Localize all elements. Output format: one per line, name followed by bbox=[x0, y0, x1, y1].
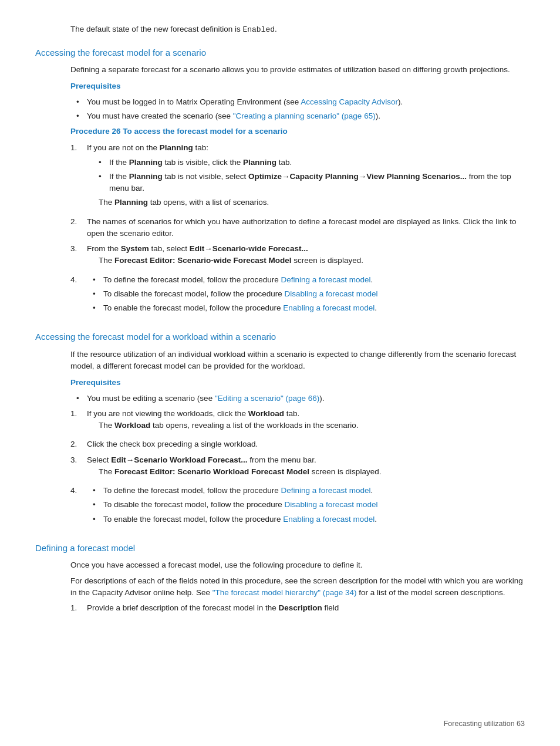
step1-text-before: If you are not on the bbox=[87, 143, 160, 152]
defining-forecast-model-link-1[interactable]: Defining a forecast model bbox=[281, 275, 370, 284]
s3-step1-num: 1. bbox=[70, 602, 83, 614]
s3step1-before: Provide a brief description of the forec… bbox=[87, 603, 278, 612]
section3-heading: Defining a forecast model bbox=[35, 542, 525, 555]
s3step1-bold: Description bbox=[278, 603, 322, 612]
section2-heading: Accessing the forecast model for a workl… bbox=[35, 330, 525, 344]
list-item: You must have created the scenario (see … bbox=[76, 110, 525, 122]
section1-prereq-list: You must be logged in to Matrix Operatin… bbox=[70, 96, 525, 123]
section2-intro: If the resource utilization of an indivi… bbox=[70, 349, 525, 373]
list-item: To enable the forecast model, follow the… bbox=[93, 302, 378, 314]
s3-step1-container: 1. Provide a brief description of the fo… bbox=[70, 602, 525, 614]
section1-procedure-heading: Procedure 26 To access the forecast mode… bbox=[70, 126, 525, 137]
step2-text: The names of scenarios for which you hav… bbox=[87, 217, 517, 238]
list-item: To disable the forecast model, follow th… bbox=[93, 499, 378, 511]
section3-para1: Once you have accessed a forecast model,… bbox=[70, 559, 525, 571]
editing-scenario-link[interactable]: "Editing a scenario" (page 66) bbox=[215, 394, 319, 403]
disabling-forecast-model-link-1[interactable]: Disabling a forecast model bbox=[284, 289, 377, 298]
s4sub3-after: . bbox=[375, 303, 377, 312]
s2-step2-container: 2. Click the check box preceding a singl… bbox=[70, 438, 525, 450]
s2s4sub1-before: To define the forecast model, follow the… bbox=[103, 486, 281, 495]
s4sub3-before: To enable the forecast model, follow the… bbox=[103, 303, 283, 312]
s4sub2-before: To disable the forecast model, follow th… bbox=[103, 289, 284, 298]
step2-num: 2. bbox=[70, 216, 83, 240]
defining-forecast-model-link-2[interactable]: Defining a forecast model bbox=[281, 486, 370, 495]
s2prereq1-before: You must be editing a scenario (see bbox=[87, 394, 215, 403]
s2-step2-content: Click the check box preceding a single w… bbox=[87, 438, 258, 450]
enabling-forecast-model-link-2[interactable]: Enabling a forecast model bbox=[283, 515, 375, 524]
s3-step1-content: Provide a brief description of the forec… bbox=[87, 602, 339, 614]
step3-content: From the System tab, select Edit→Scenari… bbox=[87, 243, 363, 271]
section2-prereq-label: Prerequisites bbox=[70, 377, 525, 389]
step3-before: From the bbox=[87, 244, 121, 253]
s4sub1-before: To define the forecast model, follow the… bbox=[103, 275, 281, 284]
prereq1-after: ). bbox=[398, 97, 403, 106]
step4-content: To define the forecast model, follow the… bbox=[87, 274, 378, 318]
s2step1-before: If you are not viewing the workloads, cl… bbox=[87, 409, 248, 418]
list-item: To disable the forecast model, follow th… bbox=[93, 288, 378, 300]
step1-note: The Planning tab opens, with a list of s… bbox=[99, 197, 525, 208]
s2step1-note: The Workload tab opens, revealing a list… bbox=[99, 420, 359, 431]
s2step1-bold: Workload bbox=[248, 409, 284, 418]
step3-middle: tab, select bbox=[149, 244, 190, 253]
s2-step3-content: Select Edit→Scenario Workload Forecast..… bbox=[87, 454, 381, 482]
s2step3-note: The Forecast Editor: Scenario Workload F… bbox=[99, 466, 381, 478]
sub1-before: If the bbox=[109, 158, 129, 167]
step1-container: 1. If you are not on the Planning tab: I… bbox=[70, 142, 525, 212]
section1-content: Defining a separate forecast for a scena… bbox=[35, 64, 525, 318]
section-defining-forecast: Defining a forecast model Once you have … bbox=[35, 542, 525, 615]
section3-para2: For descriptions of each of the fields n… bbox=[70, 575, 525, 599]
prereq2-before: You must have created the scenario (see bbox=[87, 112, 233, 120]
section1-heading: Accessing the forecast model for a scena… bbox=[35, 46, 525, 60]
s2step1-after: tab. bbox=[284, 409, 299, 418]
top-text-after: . bbox=[275, 25, 277, 33]
forecast-model-hierarchy-link[interactable]: "The forecast model hierarchy" (page 34) bbox=[212, 588, 357, 597]
list-item: To define the forecast model, follow the… bbox=[93, 485, 378, 497]
step1-content: If you are not on the Planning tab: If t… bbox=[87, 142, 525, 212]
s2-step4-content: To define the forecast model, follow the… bbox=[87, 485, 378, 529]
enabled-code: Enabled bbox=[242, 25, 275, 34]
sub1-after: tab. bbox=[276, 158, 292, 167]
list-item: If the Planning tab is not visible, sele… bbox=[99, 171, 525, 195]
step4-sub-list: To define the forecast model, follow the… bbox=[87, 274, 378, 315]
step3-bold1: System bbox=[121, 244, 149, 253]
step2-container: 2. The names of scenarios for which you … bbox=[70, 216, 525, 240]
list-item: You must be editing a scenario (see "Edi… bbox=[76, 393, 525, 404]
sub2-before: If the bbox=[109, 172, 129, 181]
step3-container: 3. From the System tab, select Edit→Scen… bbox=[70, 243, 525, 271]
accessing-capacity-advisor-link[interactable]: Accessing Capacity Advisor bbox=[301, 97, 398, 106]
step1-num: 1. bbox=[70, 142, 83, 212]
s2step3-bold1: Edit→Scenario Workload Forecast... bbox=[111, 455, 247, 464]
s2step3-note-bold: Forecast Editor: Scenario Workload Forec… bbox=[114, 467, 309, 476]
step1-text-after: tab: bbox=[193, 143, 208, 152]
s2-step4-num: 4. bbox=[70, 485, 83, 529]
section3-content: Once you have accessed a forecast model,… bbox=[35, 559, 525, 614]
s2step2-text: Click the check box preceding a single w… bbox=[87, 440, 258, 448]
section1-prereq-label: Prerequisites bbox=[70, 80, 525, 92]
step1-planning-bold: Planning bbox=[160, 143, 193, 152]
prereq2-after: ). bbox=[376, 112, 380, 120]
enabling-forecast-model-link-1[interactable]: Enabling a forecast model bbox=[283, 303, 375, 312]
section-accessing-workload: Accessing the forecast model for a workl… bbox=[35, 330, 525, 529]
section1-intro: Defining a separate forecast for a scena… bbox=[70, 64, 525, 76]
s2-step4-container: 4. To define the forecast model, follow … bbox=[70, 485, 525, 529]
sub1-bold2: Planning bbox=[243, 158, 276, 167]
step4-container: 4. To define the forecast model, follow … bbox=[70, 274, 525, 318]
creating-planning-scenario-link[interactable]: "Creating a planning scenario" (page 65) bbox=[233, 112, 376, 120]
s2-step4-sub-list: To define the forecast model, follow the… bbox=[87, 485, 378, 525]
s2-step1-content: If you are not viewing the workloads, cl… bbox=[87, 408, 359, 436]
list-item: You must be logged in to Matrix Operatin… bbox=[76, 96, 525, 108]
s2-step3-num: 3. bbox=[70, 454, 83, 482]
s2-step3-container: 3. Select Edit→Scenario Workload Forecas… bbox=[70, 454, 525, 482]
disabling-forecast-model-link-2[interactable]: Disabling a forecast model bbox=[284, 500, 377, 509]
step2-content: The names of scenarios for which you hav… bbox=[87, 216, 525, 240]
s3step1-after: field bbox=[322, 603, 339, 612]
s2step3-after: from the menu bar. bbox=[248, 455, 316, 464]
s2s4sub1-after: . bbox=[371, 486, 373, 495]
step1-sub-list: If the Planning tab is visible, click th… bbox=[87, 157, 525, 195]
step1-note-bold: Planning bbox=[114, 198, 148, 207]
s2s4sub3-after: . bbox=[375, 515, 377, 524]
section-accessing-scenario: Accessing the forecast model for a scena… bbox=[35, 46, 525, 318]
s3para2-after: for a list of the model screen descripti… bbox=[357, 588, 505, 597]
step3-num: 3. bbox=[70, 243, 83, 271]
s2s4sub2-before: To disable the forecast model, follow th… bbox=[103, 500, 284, 509]
